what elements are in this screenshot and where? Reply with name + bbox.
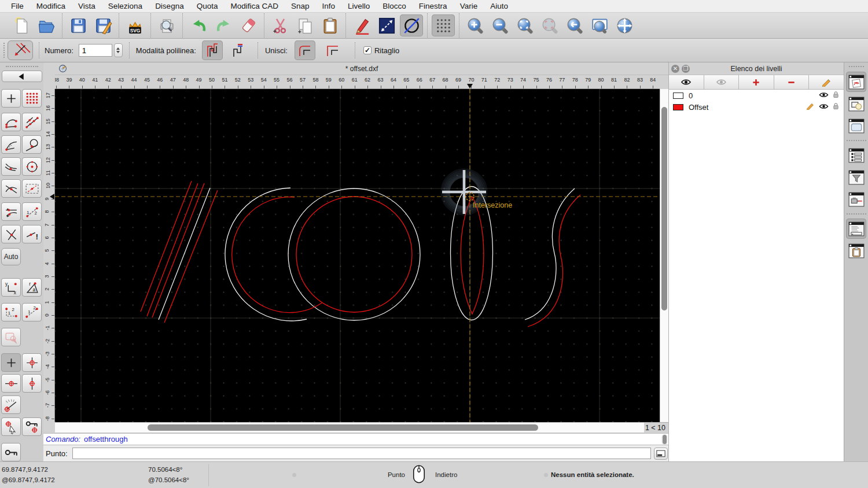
snap-intersection-button[interactable] <box>1 179 21 198</box>
restrict-off-button[interactable] <box>1 353 21 372</box>
delete-eraser-button[interactable] <box>237 14 260 36</box>
zoom-in-button[interactable] <box>464 14 487 36</box>
horizontal-scrollbar-thumb[interactable] <box>148 424 538 431</box>
new-file-button[interactable] <box>10 14 33 36</box>
snap-ortho-button[interactable]: ! <box>22 225 42 243</box>
layer-lock-icon[interactable] <box>833 102 839 112</box>
close-panel-icon[interactable]: ✕ <box>671 65 679 73</box>
menu-modifica-cad[interactable]: Modifica CAD <box>224 2 285 10</box>
menu-varie[interactable]: Varie <box>454 2 484 10</box>
open-file-button[interactable] <box>35 14 58 36</box>
offset-tool-button[interactable] <box>8 40 33 60</box>
layer-lock-icon[interactable] <box>833 91 839 100</box>
paste-button[interactable] <box>318 14 341 36</box>
layer-color-swatch[interactable] <box>673 93 683 99</box>
snap-cross-button[interactable] <box>1 225 21 243</box>
layer-eye-open-button[interactable] <box>669 75 704 89</box>
cam-panel-button[interactable] <box>846 189 866 209</box>
polyline-mode-offset-button[interactable] <box>202 40 223 60</box>
restrict-vertical-button[interactable] <box>22 374 42 393</box>
horizontal-scrollbar[interactable] <box>55 423 644 433</box>
svg-export-button[interactable]: SVG <box>123 14 146 36</box>
menu-seleziona[interactable]: Seleziona <box>102 2 149 10</box>
command-history-scrollbar[interactable] <box>661 434 668 445</box>
menu-aiuto[interactable]: Aiuto <box>484 2 514 10</box>
snap-on-entity-button[interactable] <box>22 113 42 131</box>
lock-zero-button[interactable] <box>1 443 21 461</box>
numero-stepper[interactable] <box>114 43 123 57</box>
snap-intersection-auto-button[interactable] <box>1 202 21 221</box>
snap-reference-button[interactable] <box>22 179 42 198</box>
edit-pencil-button[interactable] <box>350 14 373 36</box>
layer-visible-icon[interactable] <box>819 103 829 112</box>
snap-middle-button[interactable] <box>1 157 21 176</box>
snap-center-button[interactable] <box>22 157 42 176</box>
cut-button[interactable] <box>269 14 292 36</box>
snap-perpendicular-button[interactable] <box>1 135 21 154</box>
clipboard-panel-button[interactable] <box>846 241 866 261</box>
restrict-horizontal-button[interactable] <box>1 374 21 393</box>
snap-distance-button[interactable]: 12 <box>22 202 42 221</box>
menu-info[interactable]: Info <box>316 2 342 10</box>
vertical-scrollbar-thumb[interactable] <box>661 107 667 310</box>
lock-relative-zero-button[interactable] <box>22 417 42 436</box>
layer-eye-off-button[interactable] <box>704 75 740 89</box>
zoom-auto-button[interactable] <box>513 14 536 36</box>
snap-tangent-button[interactable] <box>22 135 42 154</box>
layer-list-panel-button[interactable] <box>846 72 866 92</box>
menu-vista[interactable]: Vista <box>72 2 102 10</box>
rel-polar-button[interactable]: 12 <box>22 303 42 321</box>
command-input[interactable] <box>72 448 651 459</box>
snap-auto-button[interactable]: Auto <box>1 248 21 265</box>
coord-polar-button[interactable]: ra <box>22 278 42 297</box>
palette-grip[interactable] <box>6 66 38 67</box>
toggle-command-widget-button[interactable] <box>654 448 668 460</box>
menu-blocco[interactable]: Blocco <box>376 2 413 10</box>
selection-filter-panel-button[interactable] <box>846 167 866 187</box>
toolbar-grip[interactable] <box>3 43 5 58</box>
grid-toggle-button[interactable] <box>432 14 455 36</box>
view-list-panel-button[interactable] <box>846 116 866 136</box>
snap-free-button[interactable] <box>1 89 21 108</box>
zoom-previous-button[interactable] <box>563 14 586 36</box>
menu-file[interactable]: File <box>5 2 30 10</box>
command-line-panel-button[interactable] <box>846 219 866 239</box>
layer-minus-red-button[interactable] <box>774 75 810 89</box>
layer-pencil-edit-button[interactable] <box>809 75 844 89</box>
coord-cartesian-button[interactable]: yx <box>1 278 21 297</box>
layer-color-swatch[interactable] <box>673 104 683 110</box>
copy-button[interactable] <box>293 14 317 36</box>
restrict-none-button[interactable] <box>1 328 21 346</box>
dock-grip[interactable] <box>849 66 864 67</box>
line-tool-button[interactable] <box>375 14 398 36</box>
layer-row-Offset[interactable]: Offset <box>669 101 844 113</box>
zoom-window-button[interactable] <box>588 14 611 36</box>
numero-input[interactable] <box>79 44 112 57</box>
menu-modifica[interactable]: Modifica <box>30 2 72 10</box>
print-preview-button[interactable] <box>155 14 178 36</box>
ritaglio-checkbox[interactable]: ✓ <box>363 46 372 54</box>
drawing-area[interactable]: Intersezione <box>55 89 660 422</box>
detach-panel-icon[interactable]: ❐ <box>682 65 690 73</box>
menu-snap[interactable]: Snap <box>285 2 316 10</box>
ellipse-line-tool-button[interactable] <box>400 14 423 36</box>
save-file-as-button[interactable] <box>91 14 115 36</box>
snap-endpoints-button[interactable] <box>1 113 21 131</box>
join-sharp-button[interactable] <box>322 40 343 60</box>
block-list-panel-button[interactable] <box>846 94 866 114</box>
zoom-out-button[interactable] <box>488 14 512 36</box>
restrict-angle-button[interactable] <box>1 395 21 414</box>
restrict-orthogonal-button[interactable] <box>22 353 42 372</box>
polyline-mode-segment-button[interactable] <box>226 40 247 60</box>
snap-grid-button[interactable] <box>22 89 42 108</box>
vertical-scrollbar[interactable] <box>660 89 668 422</box>
menu-quota[interactable]: Quota <box>190 2 225 10</box>
layer-plus-red-button[interactable] <box>739 75 774 89</box>
menu-finestra[interactable]: Finestra <box>413 2 454 10</box>
layer-row-0[interactable]: 0 <box>669 90 844 101</box>
menu-disegna[interactable]: Disegna <box>149 2 190 10</box>
layer-visible-icon[interactable] <box>819 91 829 100</box>
menu-livello[interactable]: Livello <box>341 2 376 10</box>
undo-button[interactable] <box>187 14 210 36</box>
rel-cartesian-button[interactable]: 12 <box>1 303 21 321</box>
